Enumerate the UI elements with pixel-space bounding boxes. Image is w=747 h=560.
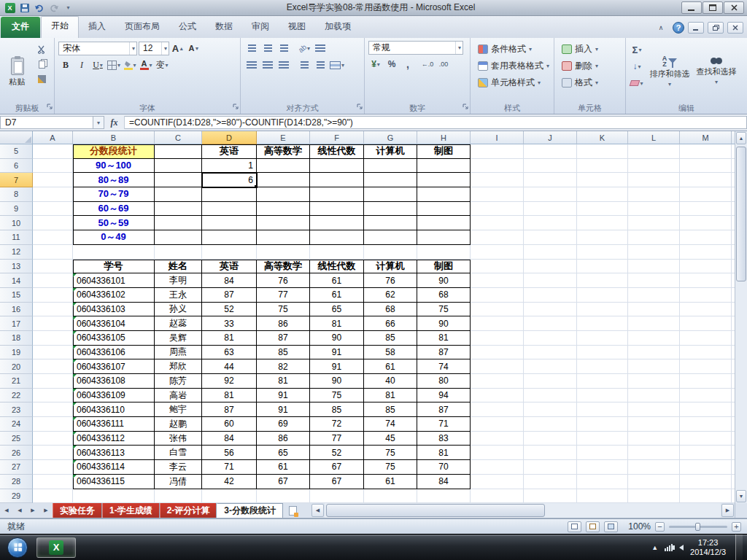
cell-J21[interactable] [524, 374, 577, 389]
cell-J9[interactable] [524, 202, 577, 217]
column-header-C[interactable]: C [155, 131, 202, 144]
cell-L19[interactable] [628, 346, 680, 360]
cell-F17[interactable]: 81 [310, 316, 364, 331]
minimize-button[interactable] [681, 1, 702, 14]
row-header-15[interactable]: 15 [0, 288, 33, 303]
cell-K24[interactable] [577, 417, 628, 432]
cell-B9[interactable]: 60～69 [73, 202, 155, 217]
cell-N13[interactable] [732, 260, 735, 274]
italic-button[interactable]: I [74, 58, 89, 72]
cell-C24[interactable]: 赵鹏 [155, 417, 202, 432]
row-header-20[interactable]: 20 [0, 359, 33, 374]
sheet-tab-3-分数段统计[interactable]: 3-分数段统计 [217, 503, 283, 518]
zoom-in-button[interactable]: + [732, 522, 741, 532]
cell-C13[interactable]: 姓名 [155, 260, 202, 274]
cell-E18[interactable]: 87 [257, 331, 310, 346]
cell-K15[interactable] [577, 288, 628, 303]
cell-D12[interactable] [202, 245, 257, 260]
cell-A11[interactable] [33, 230, 73, 245]
cell-C22[interactable]: 高岩 [155, 389, 202, 403]
cell-J19[interactable] [524, 346, 577, 360]
cell-C23[interactable]: 鲍宇 [155, 402, 202, 417]
autosum-button[interactable]: Σ▾ [630, 42, 644, 57]
cell-I23[interactable] [471, 402, 524, 417]
cell-K9[interactable] [577, 202, 628, 217]
cell-F15[interactable]: 61 [310, 288, 364, 303]
ribbon-tab-数据[interactable]: 数据 [206, 17, 242, 38]
cell-I11[interactable] [471, 230, 524, 245]
cell-A5[interactable] [33, 144, 73, 159]
cell-N22[interactable] [732, 389, 735, 403]
cell-D23[interactable]: 87 [202, 402, 257, 417]
column-header-K[interactable]: K [577, 131, 628, 144]
cell-C8[interactable] [155, 187, 202, 202]
cell-C5[interactable] [155, 144, 202, 159]
conditional-formatting-button[interactable]: 条件格式▾ [474, 41, 550, 57]
cell-B8[interactable]: 70～79 [73, 187, 155, 202]
close-button[interactable] [724, 1, 744, 14]
cell-N20[interactable] [732, 359, 735, 374]
prev-sheet-button[interactable]: ◀ [13, 503, 26, 518]
cell-L9[interactable] [628, 202, 680, 217]
cell-A10[interactable] [33, 216, 73, 230]
number-format-combo[interactable]: 常规▾ [368, 41, 463, 55]
cell-B17[interactable]: 0604336104 [73, 316, 155, 331]
alignment-dialog-launcher[interactable] [357, 101, 363, 112]
cell-H10[interactable] [417, 216, 471, 230]
cell-C25[interactable]: 张伟 [155, 432, 202, 446]
zoom-slider[interactable] [669, 526, 727, 528]
cell-H15[interactable]: 68 [417, 288, 471, 303]
redo-button[interactable] [47, 2, 60, 14]
cell-I17[interactable] [471, 316, 524, 331]
cell-J6[interactable] [524, 159, 577, 174]
cell-E27[interactable]: 61 [257, 460, 310, 475]
cell-I6[interactable] [471, 159, 524, 174]
cell-E13[interactable]: 高等数学 [257, 260, 310, 274]
column-header-B[interactable]: B [73, 131, 155, 144]
cell-G12[interactable] [364, 245, 417, 260]
select-all-corner[interactable] [0, 131, 33, 144]
cell-L7[interactable] [628, 173, 680, 187]
cell-M28[interactable] [680, 475, 732, 489]
cell-F7[interactable] [310, 173, 364, 187]
cell-F25[interactable]: 77 [310, 432, 364, 446]
cell-K20[interactable] [577, 359, 628, 374]
vertical-scroll-thumb[interactable] [736, 147, 746, 281]
cell-B22[interactable]: 0604336109 [73, 389, 155, 403]
cell-E21[interactable]: 81 [257, 374, 310, 389]
cell-F19[interactable]: 91 [310, 346, 364, 360]
cell-M29[interactable] [680, 489, 732, 504]
cell-E25[interactable]: 86 [257, 432, 310, 446]
cell-K26[interactable] [577, 446, 628, 460]
cell-G29[interactable] [364, 489, 417, 504]
cell-N26[interactable] [732, 446, 735, 460]
cell-G25[interactable]: 45 [364, 432, 417, 446]
clear-button[interactable]: ▾ [630, 76, 644, 90]
row-header-27[interactable]: 27 [0, 460, 33, 475]
minimize-ribbon-button[interactable]: ∧ [653, 22, 669, 34]
cell-J27[interactable] [524, 460, 577, 475]
column-header-E[interactable]: E [257, 131, 310, 144]
align-right-button[interactable] [276, 58, 291, 72]
row-header-5[interactable]: 5 [0, 144, 33, 159]
percent-format-button[interactable]: % [384, 57, 399, 71]
cell-D26[interactable]: 56 [202, 446, 257, 460]
cell-L6[interactable] [628, 159, 680, 174]
paste-button[interactable]: 粘贴 [4, 41, 31, 101]
cell-A28[interactable] [33, 475, 73, 489]
scroll-down-button[interactable]: ▼ [736, 490, 746, 502]
cell-I8[interactable] [471, 187, 524, 202]
cell-B5[interactable]: 分数段统计 [73, 144, 155, 159]
cell-G19[interactable]: 58 [364, 346, 417, 360]
cell-D27[interactable]: 71 [202, 460, 257, 475]
cell-G17[interactable]: 66 [364, 316, 417, 331]
ribbon-tab-视图[interactable]: 视图 [279, 17, 315, 38]
cell-D22[interactable]: 81 [202, 389, 257, 403]
cell-M20[interactable] [680, 359, 732, 374]
cell-I10[interactable] [471, 216, 524, 230]
cell-G20[interactable]: 61 [364, 359, 417, 374]
taskbar-clock[interactable]: 17:23 2014/12/3 [690, 538, 726, 557]
cell-M15[interactable] [680, 288, 732, 303]
cell-B6[interactable]: 90～100 [73, 159, 155, 174]
column-header-M[interactable]: M [680, 131, 732, 144]
